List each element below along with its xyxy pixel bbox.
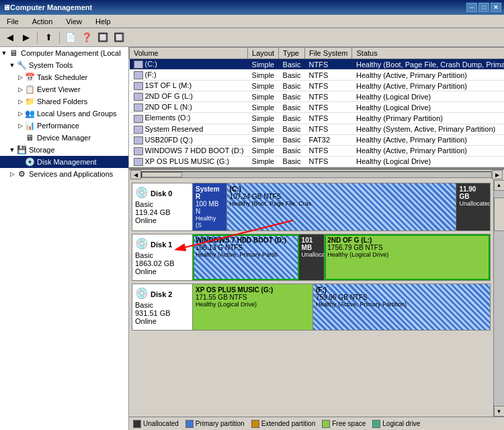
- scroll-thumb-v[interactable]: [494, 198, 505, 231]
- disk-name-0: 💿 Disk 0: [135, 186, 190, 199]
- horizontal-scrollbar[interactable]: ◀ ▶: [129, 169, 504, 180]
- part-status-1-2: Healthy (Logical Drive): [327, 251, 487, 258]
- col-header-3[interactable]: File System: [305, 48, 352, 59]
- close-button[interactable]: ✕: [491, 3, 501, 12]
- tree-item-4[interactable]: ▷ 📁 Shared Folders: [0, 95, 128, 108]
- help-button[interactable]: 🔲: [95, 30, 110, 45]
- cell-type-0: Basic: [279, 59, 305, 70]
- cell-fs-2: NTFS: [305, 81, 352, 91]
- expand-icon-8[interactable]: ▼: [8, 146, 16, 154]
- menu-help[interactable]: Help: [91, 17, 115, 26]
- partition-1-0[interactable]: WINDOWS 7 HDD BOOT (D:) 106.13 G NTFS He…: [193, 234, 299, 280]
- expand-icon-1[interactable]: ▼: [8, 61, 16, 69]
- disk-status-0: Online: [135, 216, 190, 224]
- cell-volume-8: WINDOWS 7 HDD BOOT (D:): [130, 145, 248, 156]
- part-name-2-1: (F:): [316, 286, 487, 294]
- cell-layout-2: Simple: [248, 81, 279, 91]
- expand-icon-2[interactable]: ▷: [16, 73, 24, 81]
- table-row[interactable]: 2ND OF L (N:)SimpleBasicNTFSHealthy (Log…: [130, 102, 505, 113]
- col-header-2[interactable]: Type: [279, 48, 305, 59]
- disk-partitions-1: WINDOWS 7 HDD BOOT (D:) 106.13 G NTFS He…: [193, 234, 490, 280]
- table-row[interactable]: XP OS PLUS MUSIC (G:)SimpleBasicNTFSHeal…: [130, 156, 505, 167]
- cell-status-8: Healthy (Active, Primary Partition): [352, 145, 504, 156]
- cell-layout-7: Simple: [248, 134, 279, 145]
- table-row[interactable]: WINDOWS 7 HDD BOOT (D:)SimpleBasicNTFSHe…: [130, 145, 505, 156]
- up-button[interactable]: ⬆: [41, 30, 56, 45]
- table-row[interactable]: 1ST OF L (M:)SimpleBasicNTFSHealthy (Act…: [130, 81, 505, 91]
- scroll-left-button[interactable]: ◀: [130, 170, 141, 179]
- col-header-4[interactable]: Status: [352, 48, 504, 59]
- cell-status-4: Healthy (Logical Drive): [352, 102, 504, 113]
- scroll-up-button[interactable]: ▲: [494, 180, 505, 191]
- tree-item-5[interactable]: ▷ 👥 Local Users and Groups: [0, 108, 128, 120]
- cell-type-3: Basic: [279, 91, 305, 102]
- tree-item-10[interactable]: ▷ ⚙ Services and Applications: [0, 168, 128, 180]
- expand-icon-3[interactable]: ▷: [16, 85, 24, 93]
- part-size-0-1: 107.24 GB NTFS: [230, 193, 454, 200]
- expand-icon-0[interactable]: ▼: [0, 49, 8, 57]
- expand-icon-4[interactable]: ▷: [16, 97, 24, 105]
- legend-item-3: Free space: [322, 420, 366, 428]
- left-panel: ▼ 🖥 Computer Management (Local ▼ 🔧 Syste…: [0, 47, 129, 430]
- properties-button[interactable]: ❓: [79, 30, 94, 45]
- partition-2-0[interactable]: XP OS PLUS MUSIC (G:) 171.55 GB NTFS Hea…: [193, 284, 313, 330]
- partition-0-1[interactable]: (C:) 107.24 GB NTFS Healthy (Boot, Page …: [227, 183, 457, 230]
- menu-action[interactable]: Action: [28, 17, 57, 26]
- maximize-button[interactable]: □: [478, 3, 489, 12]
- table-row[interactable]: System ReservedSimpleBasicNTFSHealthy (S…: [130, 124, 505, 134]
- disk-type-1: Basic: [135, 251, 190, 259]
- expand-icon-10[interactable]: ▷: [8, 170, 16, 178]
- disk-info-0: 💿 Disk 0 Basic 119.24 GB Online: [132, 183, 193, 230]
- back-button[interactable]: ◀: [3, 30, 17, 45]
- tree-item-3[interactable]: ▷ 📋 Event Viewer: [0, 83, 128, 95]
- legend-swatch-3: [322, 420, 330, 428]
- expand-icon-6[interactable]: ▷: [16, 122, 24, 130]
- tree-item-6[interactable]: ▷ 📊 Performance: [0, 120, 128, 132]
- cell-volume-1: (F:): [130, 70, 248, 81]
- extra-button[interactable]: 🔲: [112, 30, 126, 45]
- part-size-1-2: 1756.79 GB NTFS: [327, 244, 487, 251]
- table-row[interactable]: USB20FD (Q:)SimpleBasicFAT32Healthy (Act…: [130, 134, 505, 145]
- tree-item-9[interactable]: 💿 Disk Management: [0, 156, 128, 168]
- part-name-0-1: (C:): [230, 185, 454, 193]
- partition-1-2[interactable]: 2ND OF G (L:) 1756.79 GB NTFS Healthy (L…: [325, 234, 490, 280]
- part-status-0-1: Healthy (Boot, Page File, Cras: [230, 200, 454, 207]
- part-status-0-0: Healthy (S: [196, 215, 224, 228]
- scroll-right-button[interactable]: ▶: [492, 170, 503, 179]
- partition-0-2[interactable]: 11.90 GB Unallocated: [456, 183, 490, 230]
- table-row[interactable]: (C:)SimpleBasicNTFSHealthy (Boot, Page F…: [130, 59, 505, 70]
- table-row[interactable]: 2ND OF G (L:)SimpleBasicNTFSHealthy (Log…: [130, 91, 505, 102]
- tree-item-0[interactable]: ▼ 🖥 Computer Management (Local: [0, 47, 128, 59]
- expand-icon-9[interactable]: [16, 158, 24, 166]
- tree-item-2[interactable]: ▷ 📅 Task Scheduler: [0, 71, 128, 83]
- tree-label-4: Shared Folders: [37, 97, 87, 105]
- show-hide-button[interactable]: 📄: [63, 30, 78, 45]
- expand-icon-7[interactable]: [16, 134, 24, 142]
- forward-button[interactable]: ▶: [19, 30, 34, 45]
- scroll-down-button[interactable]: ▼: [494, 406, 505, 417]
- partition-2-1[interactable]: (F:) 759.96 GB NTFS Healthy (Active, Pri…: [313, 284, 490, 330]
- disk-type-2: Basic: [135, 301, 190, 309]
- col-header-0[interactable]: Volume: [130, 48, 248, 59]
- menu-file[interactable]: File: [3, 17, 23, 26]
- partition-0-0[interactable]: System R 100 MB N Healthy (S: [193, 183, 227, 230]
- minimize-button[interactable]: ─: [466, 3, 477, 12]
- scroll-track-v[interactable]: [494, 191, 505, 406]
- partition-1-1[interactable]: 101 MB Unallocate: [299, 234, 325, 280]
- menu-view[interactable]: View: [62, 17, 86, 26]
- part-size-2-0: 171.55 GB NTFS: [196, 294, 310, 301]
- table-row[interactable]: Elements (O:)SimpleBasicNTFSHealthy (Pri…: [130, 113, 505, 124]
- scroll-track[interactable]: [141, 171, 492, 178]
- expand-icon-5[interactable]: ▷: [16, 110, 24, 118]
- scroll-thumb[interactable]: [142, 172, 182, 177]
- tree-item-8[interactable]: ▼ 💾 Storage: [0, 144, 128, 156]
- table-row[interactable]: (F:)SimpleBasicNTFSHealthy (Active, Prim…: [130, 70, 505, 81]
- cell-status-5: Healthy (Primary Partition): [352, 113, 504, 124]
- legend-bar: Unallocated Primary partition Extended p…: [129, 417, 504, 430]
- vertical-scrollbar[interactable]: ▲ ▼: [493, 180, 504, 417]
- cell-fs-4: NTFS: [305, 102, 352, 113]
- tree-item-7[interactable]: 🖥 Device Manager: [0, 132, 128, 144]
- tree-item-1[interactable]: ▼ 🔧 System Tools: [0, 59, 128, 71]
- col-header-1[interactable]: Layout: [248, 48, 279, 59]
- volume-table-area: VolumeLayoutTypeFile SystemStatus (C:)Si…: [129, 47, 504, 169]
